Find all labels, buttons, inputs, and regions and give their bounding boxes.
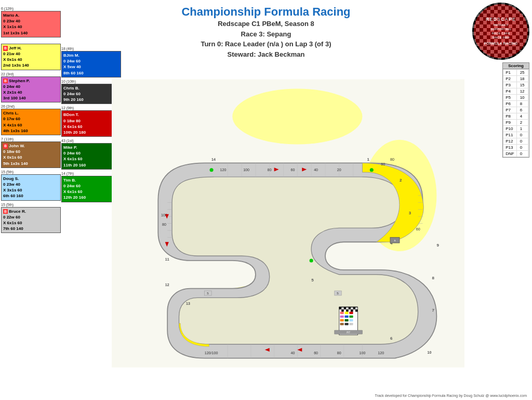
stephen-pos-label: 22 (3rd) xyxy=(1,72,61,76)
svg-text:80: 80 xyxy=(337,351,341,355)
svg-rect-50 xyxy=(349,312,353,314)
score-pts: 8 xyxy=(516,101,528,107)
chrisb-stat3: 9th 20 160 xyxy=(63,97,119,102)
subtitle-line3: Turn 0: Race Leader (n/a ) on Lap 3 (of … xyxy=(201,40,331,48)
svg-text:5: 5 xyxy=(337,291,339,295)
svg-rect-27 xyxy=(349,307,351,309)
score-pos: P12 xyxy=(503,138,516,145)
timb-stat1: 0 24w 60 xyxy=(63,183,119,189)
chrisl-stat1: 0 17w 60 xyxy=(3,116,59,122)
score-pts: 0 xyxy=(516,138,528,145)
score-row: DNF0 xyxy=(503,151,528,157)
svg-rect-44 xyxy=(340,315,344,317)
stephen-b-badge: B xyxy=(3,79,8,84)
bruce-pos-label: 15 (5th) xyxy=(1,203,61,207)
score-pts: 10 xyxy=(516,95,528,101)
score-row: P125 xyxy=(503,70,528,76)
track-svg: 120 100 80 60 40 20 120 100 80 60 120 10… xyxy=(112,55,464,392)
jim-stat2: X 5xw 40 xyxy=(63,64,119,70)
svg-text:6: 6 xyxy=(390,336,393,341)
svg-rect-48 xyxy=(340,323,344,325)
svg-rect-42 xyxy=(340,312,344,314)
score-pts: 4 xyxy=(516,113,528,120)
score-pos: P6 xyxy=(503,101,516,107)
mikep-name: Mike P. xyxy=(63,145,119,150)
jeff-stat3: 2nd 1x3s 140 xyxy=(3,62,59,68)
svg-text:100: 100 xyxy=(243,168,249,172)
doug-pos-label: 15 (5th) xyxy=(1,170,61,174)
player-card-bruce: BBruce R. 0 22w 60 X 6x1s 60 7th 60 140 xyxy=(1,207,61,234)
score-pts: 12 xyxy=(516,88,528,95)
mikep-stat3: 11th 20 160 xyxy=(63,162,119,168)
chrisl-name: Chris L. xyxy=(3,110,59,116)
score-pos: P10 xyxy=(503,126,516,132)
doug-name: Doug S. xyxy=(3,176,59,182)
svg-rect-45 xyxy=(344,315,348,317)
score-row: P92 xyxy=(503,120,528,126)
jeff-name: Jeff H. xyxy=(9,46,21,50)
score-pos: P7 xyxy=(503,107,516,113)
jeff-pos-label xyxy=(1,40,61,43)
john-b-badge: B xyxy=(3,144,8,149)
credit-text: Track developed for Championship Formula… xyxy=(375,394,527,397)
svg-text:80: 80 xyxy=(162,223,166,227)
dont-stat2: X 6x1s 60 xyxy=(63,124,119,130)
score-pts: 25 xyxy=(516,70,528,76)
score-pos: P8 xyxy=(503,113,516,120)
svg-text:12: 12 xyxy=(165,283,169,287)
svg-text:120/100: 120/100 xyxy=(205,351,218,355)
dont-stat3: 10th 20 180 xyxy=(63,130,119,135)
doug-stat3: 6th 60 160 xyxy=(3,193,59,199)
score-pts: 0 xyxy=(516,151,528,157)
jim-stat3: 8th 60 160 xyxy=(63,70,119,76)
svg-rect-32 xyxy=(355,309,357,312)
page-title: Championship Formula Racing xyxy=(83,5,449,19)
svg-text:11: 11 xyxy=(165,257,169,262)
mario-stat3: 1st 1x3s 140 xyxy=(3,30,59,36)
svg-rect-43 xyxy=(344,312,348,314)
svg-rect-49 xyxy=(344,323,348,325)
chrisl-stat3: 4th 1x3s 160 xyxy=(3,128,59,134)
scoring-panel: Scoring P125 P218 P315 P412 P510 P68 P76… xyxy=(502,62,529,158)
john-stat3: 5th 1x3s 140 xyxy=(3,161,59,166)
score-pos: DNF xyxy=(503,151,516,157)
score-row: P84 xyxy=(503,113,528,120)
dont-stat1: 0 18w 80 xyxy=(63,118,119,124)
score-row: P130 xyxy=(503,145,528,151)
mikep-stat2: X 6x1s 60 xyxy=(63,156,119,162)
stephen-name: Stephen P. xyxy=(9,79,30,83)
score-pos: P5 xyxy=(503,95,516,101)
score-row: P76 xyxy=(503,107,528,113)
svg-rect-29 xyxy=(341,309,343,312)
jim-name: Jim M. xyxy=(66,53,79,58)
player-card-doug: Doug S. 0 23w 40 X 3x1s 60 6th 60 160 xyxy=(1,174,61,201)
svg-text:2: 2 xyxy=(400,178,402,183)
header: Championship Formula Racing Redscape C1 … xyxy=(83,5,449,59)
score-pos: P2 xyxy=(503,76,516,82)
jeff-b-badge: B xyxy=(3,46,8,51)
svg-text:60: 60 xyxy=(381,162,385,166)
bruce-stat1: 0 22w 60 xyxy=(3,214,59,220)
john-pos-label: 7 (11th) xyxy=(1,137,61,141)
score-pos: P9 xyxy=(503,120,516,126)
score-row: P110 xyxy=(503,132,528,138)
svg-text:7: 7 xyxy=(432,308,434,313)
player-card-john: BJohn W. 0 18w 60 X 0x1s 60 5th 1x3s 140 xyxy=(1,141,61,168)
player-card-chrisl: Chris L. 0 17w 60 X 4x1s 60 4th 1x3s 160 xyxy=(1,109,61,135)
player-card-mario: Mario A. 0 23w 40 X 1x1s 40 1st 1x3s 140 xyxy=(1,11,61,37)
svg-rect-28 xyxy=(353,307,355,309)
player-card-stephen: BStephen P. 0 24w 40 X 2x1s 40 3rd 100 1… xyxy=(1,76,61,103)
svg-text:60: 60 xyxy=(314,351,318,355)
svg-text:5: 5 xyxy=(311,278,314,282)
dont-name: Don T. xyxy=(66,112,79,117)
svg-rect-47 xyxy=(344,319,348,321)
score-pts: 0 xyxy=(516,145,528,151)
svg-text:10: 10 xyxy=(428,351,432,355)
score-pos: P13 xyxy=(503,145,516,151)
svg-point-39 xyxy=(210,168,214,172)
svg-text:60: 60 xyxy=(290,168,295,172)
subtitle-line2: Race 3: Sepang xyxy=(241,30,291,38)
player-card-jeff: BJeff H. 0 21w 40 X 0x1s 40 2nd 1x3s 140 xyxy=(1,44,61,70)
svg-text:3: 3 xyxy=(409,211,411,215)
score-row: P120 xyxy=(503,138,528,145)
